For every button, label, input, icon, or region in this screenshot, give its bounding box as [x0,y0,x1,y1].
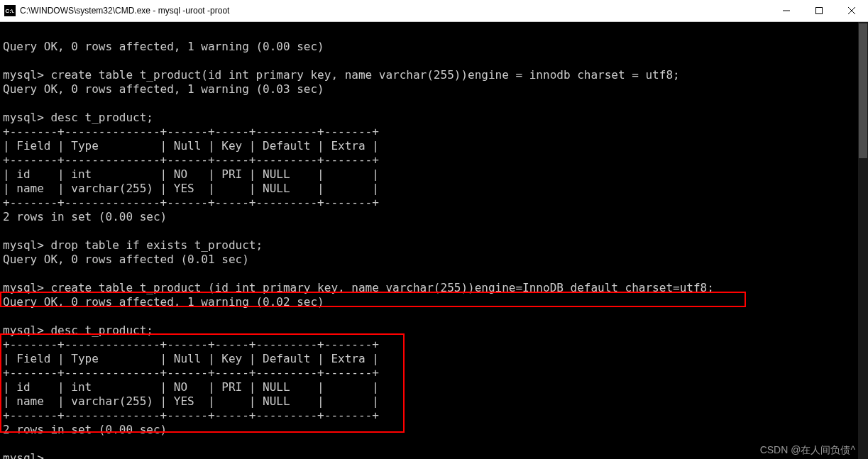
minimize-button[interactable] [770,0,803,21]
output-line: +-------+--------------+------+-----+---… [3,366,379,380]
output-line: +-------+--------------+------+-----+---… [3,409,379,422]
output-line: mysql> [3,451,44,459]
titlebar: C:\. C:\WINDOWS\system32\CMD.exe - mysql… [0,0,868,22]
cmd-icon: C:\. [4,5,16,16]
output-line: | id | int | NO | PRI | NULL | | [3,167,379,181]
output-line: mysql> desc t_product; [3,111,153,124]
output-line: mysql> create table t_product(id int pri… [3,68,680,82]
terminal[interactable]: Query OK, 0 rows affected, 1 warning (0.… [0,22,868,459]
scrollbar-track[interactable] [858,22,868,459]
output-line: | name | varchar(255) | YES | | NULL | | [3,394,379,408]
terminal-output[interactable]: Query OK, 0 rows affected, 1 warning (0.… [0,22,858,459]
output-line: Query OK, 0 rows affected, 1 warning (0.… [3,82,324,96]
output-line: | Field | Type | Null | Key | Default | … [3,352,379,365]
maximize-button[interactable] [803,0,835,21]
svg-rect-1 [816,8,823,14]
output-line: +-------+--------------+------+-----+---… [3,153,379,167]
output-line: mysql> create table t_product (id int pr… [3,281,714,294]
window-controls [770,0,868,21]
close-button[interactable] [835,0,868,21]
window-title: C:\WINDOWS\system32\CMD.exe - mysql -uro… [20,6,229,16]
output-line: | id | int | NO | PRI | NULL | | [3,380,379,394]
watermark: CSDN @在人间负债^ [760,444,855,457]
output-line: Query OK, 0 rows affected, 1 warning (0.… [3,295,324,309]
output-line: | name | varchar(255) | YES | | NULL | | [3,182,379,195]
titlebar-left: C:\. C:\WINDOWS\system32\CMD.exe - mysql… [0,5,229,16]
output-line: | Field | Type | Null | Key | Default | … [3,139,379,153]
output-line: Query OK, 0 rows affected, 1 warning (0.… [3,40,324,53]
output-line: +-------+--------------+------+-----+---… [3,338,379,351]
output-line: mysql> drop table if exists t_product; [3,238,263,252]
output-line: 2 rows in set (0.00 sec) [3,423,167,436]
output-line: mysql> desc t_product; [3,323,153,337]
output-line: +-------+--------------+------+-----+---… [3,125,379,138]
output-line: 2 rows in set (0.00 sec) [3,210,167,223]
scrollbar-thumb[interactable] [859,23,867,158]
output-line: Query OK, 0 rows affected (0.01 sec) [3,253,249,266]
output-line: +-------+--------------+------+-----+---… [3,196,379,209]
